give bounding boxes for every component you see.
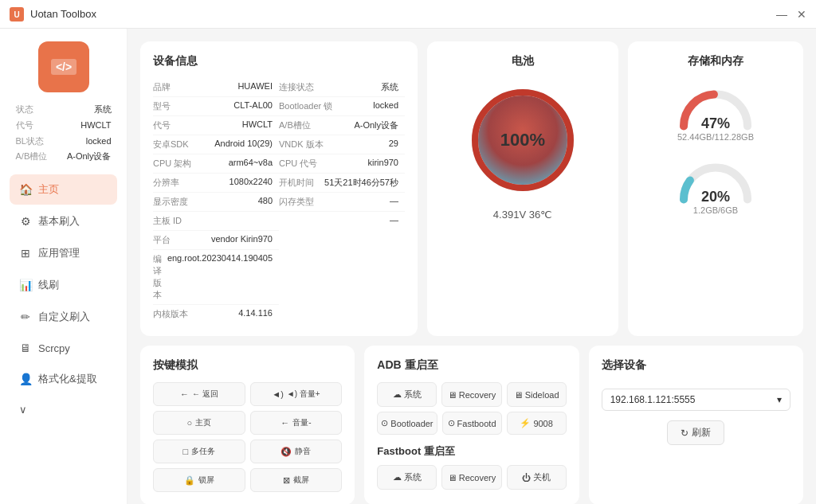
monitor3-icon: 🖥 <box>448 473 457 483</box>
app-body: </> 状态 系统 代号 HWCLT BL状态 locked A/B槽位 A-O… <box>0 29 816 504</box>
svg-text:</>: </> <box>55 61 71 73</box>
wire-icon: 📊 <box>19 279 32 291</box>
info-row: CPU 架构 arm64~v8a <box>153 154 279 174</box>
custom-icon: ✏ <box>19 311 32 323</box>
storage-title: 存储和内存 <box>688 54 743 68</box>
info-row: CPU 代号 kirin970 <box>279 154 405 174</box>
info-col-right: 连接状态 系统 Bootloader 锁 locked A/B槽位 A-Only… <box>279 78 405 323</box>
screenshot-icon: ⊠ <box>283 475 290 486</box>
info-row: 型号 CLT-AL00 <box>153 97 279 116</box>
sidebar-item-app[interactable]: ⊞ 应用管理 <box>10 238 117 268</box>
key-back-btn[interactable]: ← ← 返回 <box>153 382 245 406</box>
refresh-icon: ↻ <box>681 428 688 439</box>
home-icon: 🏠 <box>19 183 32 196</box>
bl-label: BL状态 <box>16 134 44 150</box>
sidebar-item-format[interactable]: 👤 格式化&提取 <box>10 364 117 394</box>
refresh-button[interactable]: ↻ 刷新 <box>667 420 724 445</box>
refresh-label: 刷新 <box>692 426 711 440</box>
sidebar-item-home[interactable]: 🏠 主页 <box>10 174 117 205</box>
sidebar-device-info: 状态 系统 代号 HWCLT BL状态 locked A/B槽位 A-Only设… <box>16 102 112 165</box>
minimize-button[interactable]: — <box>776 8 787 21</box>
info-row: 显示密度 480 <box>153 193 279 212</box>
adb-9008-btn[interactable]: ⚡ 9008 <box>507 412 567 435</box>
cloud2-icon: ☁ <box>393 472 402 483</box>
sidebar-logo: </> <box>38 41 89 92</box>
svg-text:U: U <box>14 10 19 19</box>
ab-label: A/B槽位 <box>16 149 48 165</box>
key-lock-btn[interactable]: 🔒 锁屏 <box>153 468 245 492</box>
volup-icon: ◄) <box>272 389 284 399</box>
key-volup-btn[interactable]: ◄) ◄) 音量+ <box>250 382 343 406</box>
device-dropdown[interactable]: 192.168.1.121:5555 ▾ <box>602 389 790 411</box>
battery-circle: 100% <box>467 84 579 196</box>
sidebar-item-label: 基本刷入 <box>38 214 80 229</box>
app-title: Uotan Toolbox <box>30 8 96 20</box>
key-mute-btn[interactable]: 🔇 静音 <box>250 440 343 463</box>
lightning-icon: ⚡ <box>520 418 531 428</box>
device-ip: 192.168.1.121:5555 <box>610 394 696 405</box>
lock-icon: 🔒 <box>184 475 195 486</box>
power-icon: ⏻ <box>522 473 531 483</box>
adb-system-btn[interactable]: ☁ 系统 <box>377 382 437 407</box>
storage-rom: 47% 52.44GB/112.28GB <box>641 84 790 142</box>
info-row: 内核版本 4.14.116 <box>153 305 279 323</box>
info-row: 分辨率 1080x2240 <box>153 174 279 193</box>
key-voldown-btn[interactable]: ← 音量- <box>250 411 343 435</box>
fb-system-btn[interactable]: ☁ 系统 <box>377 465 437 490</box>
sidebar-more[interactable]: ∨ <box>10 396 117 424</box>
chevron-down-icon: ∨ <box>19 404 27 416</box>
adb-bootloader-btn[interactable]: ⊙ Bootloader <box>377 412 437 435</box>
battery-title: 电池 <box>512 54 534 68</box>
ram-percent: 20% <box>701 189 730 205</box>
sidebar: </> 状态 系统 代号 HWCLT BL状态 locked A/B槽位 A-O… <box>0 29 128 504</box>
adb-fastbootd-btn[interactable]: ⊙ Fastbootd <box>442 412 502 435</box>
fastboot-reboot-title: Fastboot 重启至 <box>377 444 566 459</box>
title-bar: U Uotan Toolbox — ✕ <box>0 0 816 29</box>
device-select-title: 选择设备 <box>602 358 790 373</box>
sidebar-item-label: 自定义刷入 <box>38 310 90 324</box>
cloud-icon: ☁ <box>393 389 402 400</box>
info-row: — <box>279 212 405 228</box>
fb-recovery-btn[interactable]: 🖥 Recovery <box>441 465 501 490</box>
info-row: 品牌 HUAWEI <box>153 78 279 97</box>
adb-sideload-btn[interactable]: 🖥 Sideload <box>507 382 567 407</box>
battery-voltage-temp: 4.391V 36℃ <box>493 209 552 221</box>
device-info-title: 设备信息 <box>153 54 405 68</box>
info-row: 安卓SDK Android 10(29) <box>153 135 279 154</box>
monitor-icon: 🖥 <box>448 390 457 400</box>
fb-shutdown-btn[interactable]: ⏻ 关机 <box>507 465 567 490</box>
key-recent-btn[interactable]: □ 多任务 <box>153 440 245 463</box>
mute-icon: 🔇 <box>280 447 292 457</box>
sidebar-item-custom[interactable]: ✏ 自定义刷入 <box>10 302 117 332</box>
info-row: 连接状态 系统 <box>279 78 405 97</box>
sidebar-item-wire[interactable]: 📊 线刷 <box>10 270 117 300</box>
sidebar-item-label: Scrcpy <box>38 342 70 354</box>
scrcpy-icon: 🖥 <box>19 342 32 354</box>
info-row: 平台 vendor Kirin970 <box>153 231 279 250</box>
status-value: 系统 <box>94 102 112 118</box>
info-row: VNDK 版本 29 <box>279 135 405 154</box>
close-button[interactable]: ✕ <box>797 8 806 21</box>
rom-detail: 52.44GB/112.28GB <box>677 132 754 142</box>
key-home-btn[interactable]: ○ 主页 <box>153 411 245 435</box>
key-sim-title: 按键模拟 <box>153 358 342 373</box>
info-row: 编译版本 eng.root.20230414.190405 <box>153 250 279 305</box>
battery-card: 电池 100% 4.391V 36℃ <box>427 41 618 336</box>
info-col-left: 品牌 HUAWEI 型号 CLT-AL00 代号 HWCLT 安卓SDK And… <box>153 78 279 323</box>
device-info-card: 设备信息 品牌 HUAWEI 型号 CLT-AL00 代号 HWCLT <box>140 41 418 336</box>
sidebar-item-flash[interactable]: ⚙ 基本刷入 <box>10 206 117 236</box>
adb-recovery-btn[interactable]: 🖥 Recovery <box>441 382 501 407</box>
status-label: 状态 <box>16 102 33 118</box>
adb-row2: ⊙ Bootloader ⊙ Fastbootd ⚡ 9008 <box>377 412 566 435</box>
main-content: 设备信息 品牌 HUAWEI 型号 CLT-AL00 代号 HWCLT <box>128 29 816 504</box>
monitor2-icon: 🖥 <box>514 390 523 400</box>
sidebar-item-label: 主页 <box>38 182 59 197</box>
back-icon: ← <box>180 389 189 399</box>
key-screenshot-btn[interactable]: ⊠ 截屏 <box>250 468 343 492</box>
battery-percent-label: 100% <box>500 130 545 150</box>
sidebar-item-scrcpy[interactable]: 🖥 Scrcpy <box>10 334 117 362</box>
format-icon: 👤 <box>19 373 32 385</box>
info-row: 代号 HWCLT <box>153 116 279 135</box>
ram-detail: 1.2GB/6GB <box>693 205 738 215</box>
code-value: HWCLT <box>80 118 111 134</box>
